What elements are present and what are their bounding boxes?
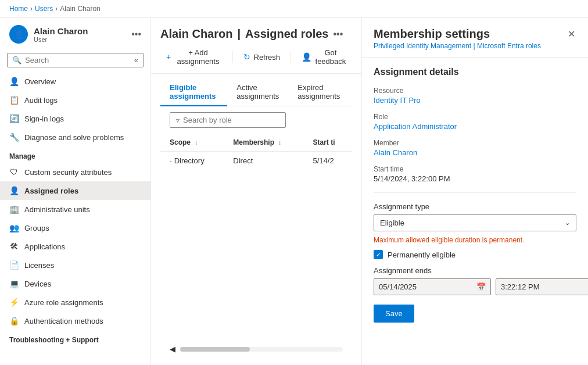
panel-close-button[interactable]: ✕ (567, 27, 576, 41)
add-icon: + (166, 52, 171, 62)
start-time-label: Start ti (313, 138, 335, 146)
member-value[interactable]: Alain Charon (374, 148, 576, 157)
refresh-button[interactable]: ↻ Refresh (238, 49, 286, 65)
col-start-time[interactable]: Start ti (303, 134, 352, 152)
section-divider (374, 192, 576, 193)
cell-start: 5/14/2 (303, 152, 352, 170)
permanently-eligible-checkbox[interactable]: ✓ (374, 250, 383, 259)
date-input[interactable] (379, 282, 476, 291)
sidebar-label-groups: Groups (24, 224, 49, 232)
tab-eligible[interactable]: Eligible assignments (160, 78, 227, 106)
sidebar-item-admin-units[interactable]: 🏢 Administrative units (0, 200, 150, 219)
sidebar-label-custom-security: Custom security attributes (24, 168, 112, 177)
filter-bar: ▿ (160, 106, 352, 134)
time-input[interactable] (501, 282, 588, 291)
toolbar-divider (232, 51, 233, 63)
sidebar-label-diagnose: Diagnose and solve problems (24, 133, 124, 142)
role-value[interactable]: Application Administrator (374, 122, 576, 131)
sidebar-label-licenses: Licenses (24, 261, 54, 270)
more-menu-icon[interactable]: ••• (333, 29, 343, 40)
start-time-label: Start time (374, 165, 576, 173)
sidebar-label-auth: Authentication methods (24, 317, 103, 325)
sidebar-item-overview[interactable]: 👤 Overview (0, 72, 150, 91)
devices-icon: 💻 (9, 279, 19, 288)
filter-input[interactable] (183, 116, 281, 124)
assignment-ends-label: Assignment ends (374, 266, 576, 275)
assignment-details-title: Assignment details (374, 67, 576, 77)
toolbar-divider2 (291, 51, 291, 63)
toolbar: + + Add assignments ↻ Refresh 👤 Got feed… (160, 41, 352, 69)
sidebar-label-azure: Azure role assignments (24, 298, 103, 307)
start-time-value: 5/14/2024, 3:22:00 PM (374, 174, 576, 183)
assignment-type-dropdown[interactable]: Eligible ⌄ (374, 214, 576, 231)
permanently-eligible-row[interactable]: ✓ Permanently eligible (374, 250, 576, 259)
sidebar-item-diagnose[interactable]: 🔧 Diagnose and solve problems (0, 128, 150, 146)
col-scope[interactable]: Scope ↕ (160, 134, 224, 152)
collapse-icon[interactable]: « (134, 56, 138, 65)
scope-label: Scope (170, 138, 191, 146)
filter-icon: ▿ (176, 116, 180, 124)
start-time-field: Start time 5/14/2024, 3:22:00 PM (374, 165, 576, 183)
cell-scope: ·Directory (160, 152, 224, 170)
breadcrumb-current: Alain Charon (60, 5, 100, 13)
sidebar-item-auth-methods[interactable]: 🔒 Authentication methods (0, 312, 150, 330)
date-input-box[interactable]: 📅 (374, 278, 491, 295)
sidebar-item-audit-logs[interactable]: 📋 Audit logs (0, 91, 150, 109)
scroll-thumb[interactable] (180, 347, 250, 352)
sidebar-item-applications[interactable]: 🛠 Applications (0, 237, 150, 256)
sidebar-label-assigned-roles: Assigned roles (24, 187, 78, 195)
applications-icon: 🛠 (9, 242, 19, 251)
membership-settings-panel: Membership settings Privileged Identity … (361, 18, 588, 365)
tabs: Eligible assignments Active assignments … (160, 78, 352, 106)
resource-field: Resource Identity IT Pro (374, 87, 576, 105)
breadcrumb: Home › Users › Alain Charon (0, 0, 588, 18)
breadcrumb-users[interactable]: Users (35, 5, 53, 13)
save-button[interactable]: Save (374, 305, 414, 323)
table-row[interactable]: ·Directory Direct 5/14/2 (160, 152, 352, 170)
sidebar-item-azure-roles[interactable]: ⚡ Azure role assignments (0, 293, 150, 312)
scroll-left-icon[interactable]: ◀ (170, 345, 175, 353)
sidebar-item-signin-logs[interactable]: 🔄 Sign-in logs (0, 109, 150, 128)
filter-input-box[interactable]: ▿ (170, 112, 286, 128)
calendar-icon[interactable]: 📅 (476, 282, 486, 291)
membership-label: Membership (233, 138, 274, 146)
resource-value[interactable]: Identity IT Pro (374, 96, 576, 105)
page-header: Alain Charon | Assigned roles ••• + + Ad… (151, 18, 361, 74)
more-options-icon[interactable]: ••• (131, 29, 141, 40)
tab-expired[interactable]: Expired assignments (288, 78, 352, 106)
tab-active[interactable]: Active assignments (227, 78, 288, 106)
search-box[interactable]: 🔍 « (7, 53, 144, 67)
scroll-track[interactable] (180, 347, 343, 352)
search-icon: 🔍 (12, 56, 21, 65)
page-title: Alain Charon | Assigned roles ••• (160, 27, 352, 41)
sidebar-label-signin: Sign-in logs (24, 114, 64, 123)
sidebar-label-audit: Audit logs (24, 96, 58, 105)
feedback-button[interactable]: 👤 Got feedback (296, 45, 352, 69)
sort-membership-icon: ↕ (278, 139, 281, 146)
sidebar-item-custom-security[interactable]: 🛡 Custom security attributes (0, 163, 150, 181)
time-input-box[interactable] (496, 278, 588, 295)
groups-icon: 👥 (9, 223, 19, 232)
horizontal-scrollbar[interactable]: ◀ (160, 342, 352, 356)
sidebar-item-devices[interactable]: 💻 Devices (0, 274, 150, 293)
user-name: Alain Charon (34, 26, 88, 36)
azure-icon: ⚡ (9, 298, 19, 307)
sidebar-item-assigned-roles[interactable]: 👤 Assigned roles (0, 181, 150, 200)
diagnose-icon: 🔧 (9, 133, 19, 142)
breadcrumb-home[interactable]: Home (9, 5, 28, 13)
panel-subtitle: Privileged Identity Management | Microso… (374, 42, 567, 50)
search-input[interactable] (25, 56, 126, 65)
member-field: Member Alain Charon (374, 139, 576, 157)
user-role-label: User (34, 36, 88, 43)
custom-security-icon: 🛡 (9, 167, 19, 177)
permanently-eligible-label: Permanently eligible (388, 251, 456, 259)
date-time-row: 📅 (374, 278, 576, 295)
sidebar-item-licenses[interactable]: 📄 Licenses (0, 256, 150, 274)
col-membership[interactable]: Membership ↕ (224, 134, 303, 152)
add-assignments-button[interactable]: + + Add assignments (160, 45, 228, 69)
feedback-label: Got feedback (315, 48, 346, 66)
panel-body: Assignment details Resource Identity IT … (362, 58, 588, 365)
sidebar-item-groups[interactable]: 👥 Groups (0, 219, 150, 237)
assigned-roles-icon: 👤 (9, 186, 19, 195)
overview-icon: 👤 (9, 77, 19, 86)
